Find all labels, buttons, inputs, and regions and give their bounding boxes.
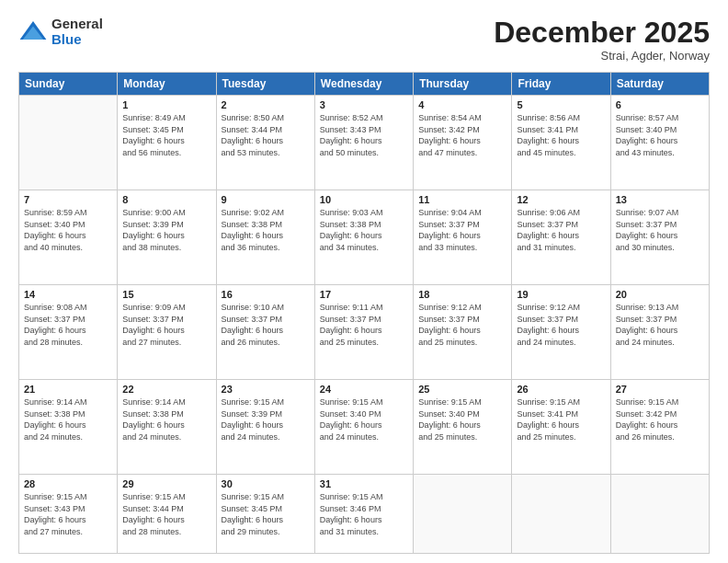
day-number: 21 bbox=[24, 384, 112, 395]
day-number: 2 bbox=[222, 99, 310, 110]
day-cell bbox=[19, 96, 118, 190]
day-number: 4 bbox=[418, 99, 506, 110]
logo-icon bbox=[18, 17, 48, 47]
week-row: 7Sunrise: 8:59 AMSunset: 3:40 PMDaylight… bbox=[19, 190, 710, 285]
day-number: 3 bbox=[320, 99, 408, 110]
day-number: 1 bbox=[122, 99, 210, 110]
day-cell: 9Sunrise: 9:02 AMSunset: 3:38 PMDaylight… bbox=[216, 190, 314, 285]
day-cell: 4Sunrise: 8:54 AMSunset: 3:42 PMDaylight… bbox=[414, 96, 512, 190]
day-info: Sunrise: 9:15 AMSunset: 3:43 PMDaylight:… bbox=[24, 491, 112, 537]
day-info: Sunrise: 9:02 AMSunset: 3:38 PMDaylight:… bbox=[222, 207, 310, 253]
page: General Blue December 2025 Strai, Agder,… bbox=[0, 0, 728, 563]
day-number: 28 bbox=[24, 478, 112, 489]
day-info: Sunrise: 9:03 AMSunset: 3:38 PMDaylight:… bbox=[320, 207, 408, 253]
day-info: Sunrise: 8:49 AMSunset: 3:45 PMDaylight:… bbox=[122, 112, 210, 158]
week-row: 28Sunrise: 9:15 AMSunset: 3:43 PMDayligh… bbox=[19, 475, 710, 554]
day-cell: 18Sunrise: 9:12 AMSunset: 3:37 PMDayligh… bbox=[414, 285, 512, 380]
header: General Blue December 2025 Strai, Agder,… bbox=[18, 17, 710, 63]
day-number: 22 bbox=[122, 384, 210, 395]
logo-text: General Blue bbox=[51, 17, 103, 47]
day-info: Sunrise: 9:15 AMSunset: 3:44 PMDaylight:… bbox=[122, 491, 210, 537]
day-info: Sunrise: 9:08 AMSunset: 3:37 PMDaylight:… bbox=[24, 302, 112, 348]
day-info: Sunrise: 8:56 AMSunset: 3:41 PMDaylight:… bbox=[517, 112, 605, 158]
day-number: 24 bbox=[320, 384, 408, 395]
day-cell bbox=[610, 475, 709, 554]
week-row: 14Sunrise: 9:08 AMSunset: 3:37 PMDayligh… bbox=[19, 285, 710, 380]
day-cell: 31Sunrise: 9:15 AMSunset: 3:46 PMDayligh… bbox=[314, 475, 413, 554]
day-cell: 24Sunrise: 9:15 AMSunset: 3:40 PMDayligh… bbox=[314, 380, 413, 475]
day-cell: 11Sunrise: 9:04 AMSunset: 3:37 PMDayligh… bbox=[414, 190, 512, 285]
day-number: 10 bbox=[320, 194, 408, 205]
day-cell: 2Sunrise: 8:50 AMSunset: 3:44 PMDaylight… bbox=[216, 96, 314, 190]
day-cell: 21Sunrise: 9:14 AMSunset: 3:38 PMDayligh… bbox=[19, 380, 118, 475]
day-info: Sunrise: 9:14 AMSunset: 3:38 PMDaylight:… bbox=[122, 396, 210, 442]
day-info: Sunrise: 9:12 AMSunset: 3:37 PMDaylight:… bbox=[517, 302, 605, 348]
day-cell: 3Sunrise: 8:52 AMSunset: 3:43 PMDaylight… bbox=[314, 96, 413, 190]
week-row: 21Sunrise: 9:14 AMSunset: 3:38 PMDayligh… bbox=[19, 380, 710, 475]
day-info: Sunrise: 9:15 AMSunset: 3:42 PMDaylight:… bbox=[616, 396, 704, 442]
day-info: Sunrise: 9:15 AMSunset: 3:45 PMDaylight:… bbox=[222, 491, 310, 537]
day-number: 8 bbox=[122, 194, 210, 205]
logo-blue: Blue bbox=[51, 32, 103, 48]
weekday-header: Wednesday bbox=[314, 73, 413, 96]
day-cell: 26Sunrise: 9:15 AMSunset: 3:41 PMDayligh… bbox=[512, 380, 610, 475]
weekday-header-row: SundayMondayTuesdayWednesdayThursdayFrid… bbox=[19, 73, 710, 96]
day-number: 26 bbox=[517, 384, 605, 395]
day-number: 14 bbox=[24, 289, 112, 300]
day-cell bbox=[414, 475, 512, 554]
location: Strai, Agder, Norway bbox=[494, 49, 710, 63]
weekday-header: Friday bbox=[512, 73, 610, 96]
day-info: Sunrise: 9:14 AMSunset: 3:38 PMDaylight:… bbox=[24, 396, 112, 442]
day-number: 27 bbox=[616, 384, 704, 395]
day-cell: 7Sunrise: 8:59 AMSunset: 3:40 PMDaylight… bbox=[19, 190, 118, 285]
day-number: 7 bbox=[24, 194, 112, 205]
day-info: Sunrise: 9:15 AMSunset: 3:41 PMDaylight:… bbox=[517, 396, 605, 442]
day-cell: 22Sunrise: 9:14 AMSunset: 3:38 PMDayligh… bbox=[118, 380, 216, 475]
day-info: Sunrise: 9:13 AMSunset: 3:37 PMDaylight:… bbox=[616, 302, 704, 348]
day-info: Sunrise: 9:00 AMSunset: 3:39 PMDaylight:… bbox=[122, 207, 210, 253]
day-info: Sunrise: 9:06 AMSunset: 3:37 PMDaylight:… bbox=[517, 207, 605, 253]
day-number: 13 bbox=[616, 194, 704, 205]
day-info: Sunrise: 8:57 AMSunset: 3:40 PMDaylight:… bbox=[616, 112, 704, 158]
day-info: Sunrise: 9:10 AMSunset: 3:37 PMDaylight:… bbox=[222, 302, 310, 348]
day-info: Sunrise: 9:15 AMSunset: 3:39 PMDaylight:… bbox=[222, 396, 310, 442]
logo-general: General bbox=[51, 17, 103, 32]
day-cell: 25Sunrise: 9:15 AMSunset: 3:40 PMDayligh… bbox=[414, 380, 512, 475]
day-info: Sunrise: 9:15 AMSunset: 3:40 PMDaylight:… bbox=[320, 396, 408, 442]
day-number: 17 bbox=[320, 289, 408, 300]
day-cell: 17Sunrise: 9:11 AMSunset: 3:37 PMDayligh… bbox=[314, 285, 413, 380]
day-info: Sunrise: 9:04 AMSunset: 3:37 PMDaylight:… bbox=[418, 207, 506, 253]
day-cell: 12Sunrise: 9:06 AMSunset: 3:37 PMDayligh… bbox=[512, 190, 610, 285]
day-info: Sunrise: 9:15 AMSunset: 3:46 PMDaylight:… bbox=[320, 491, 408, 537]
day-number: 5 bbox=[517, 99, 605, 110]
day-cell: 23Sunrise: 9:15 AMSunset: 3:39 PMDayligh… bbox=[216, 380, 314, 475]
day-info: Sunrise: 8:54 AMSunset: 3:42 PMDaylight:… bbox=[418, 112, 506, 158]
day-cell: 6Sunrise: 8:57 AMSunset: 3:40 PMDaylight… bbox=[610, 96, 709, 190]
day-cell: 14Sunrise: 9:08 AMSunset: 3:37 PMDayligh… bbox=[19, 285, 118, 380]
day-number: 30 bbox=[222, 478, 310, 489]
day-cell bbox=[512, 475, 610, 554]
day-cell: 5Sunrise: 8:56 AMSunset: 3:41 PMDaylight… bbox=[512, 96, 610, 190]
day-info: Sunrise: 9:12 AMSunset: 3:37 PMDaylight:… bbox=[418, 302, 506, 348]
day-cell: 16Sunrise: 9:10 AMSunset: 3:37 PMDayligh… bbox=[216, 285, 314, 380]
title-section: December 2025 Strai, Agder, Norway bbox=[494, 17, 710, 63]
day-cell: 8Sunrise: 9:00 AMSunset: 3:39 PMDaylight… bbox=[118, 190, 216, 285]
weekday-header: Tuesday bbox=[216, 73, 314, 96]
day-cell: 19Sunrise: 9:12 AMSunset: 3:37 PMDayligh… bbox=[512, 285, 610, 380]
day-info: Sunrise: 9:15 AMSunset: 3:40 PMDaylight:… bbox=[418, 396, 506, 442]
day-number: 11 bbox=[418, 194, 506, 205]
day-info: Sunrise: 8:52 AMSunset: 3:43 PMDaylight:… bbox=[320, 112, 408, 158]
day-number: 19 bbox=[517, 289, 605, 300]
day-info: Sunrise: 9:09 AMSunset: 3:37 PMDaylight:… bbox=[122, 302, 210, 348]
day-cell: 13Sunrise: 9:07 AMSunset: 3:37 PMDayligh… bbox=[610, 190, 709, 285]
weekday-header: Sunday bbox=[19, 73, 118, 96]
day-info: Sunrise: 8:59 AMSunset: 3:40 PMDaylight:… bbox=[24, 207, 112, 253]
day-number: 18 bbox=[418, 289, 506, 300]
day-cell: 30Sunrise: 9:15 AMSunset: 3:45 PMDayligh… bbox=[216, 475, 314, 554]
weekday-header: Thursday bbox=[414, 73, 512, 96]
week-row: 1Sunrise: 8:49 AMSunset: 3:45 PMDaylight… bbox=[19, 96, 710, 190]
day-cell: 20Sunrise: 9:13 AMSunset: 3:37 PMDayligh… bbox=[610, 285, 709, 380]
weekday-header: Saturday bbox=[610, 73, 709, 96]
day-number: 31 bbox=[320, 478, 408, 489]
day-cell: 15Sunrise: 9:09 AMSunset: 3:37 PMDayligh… bbox=[118, 285, 216, 380]
